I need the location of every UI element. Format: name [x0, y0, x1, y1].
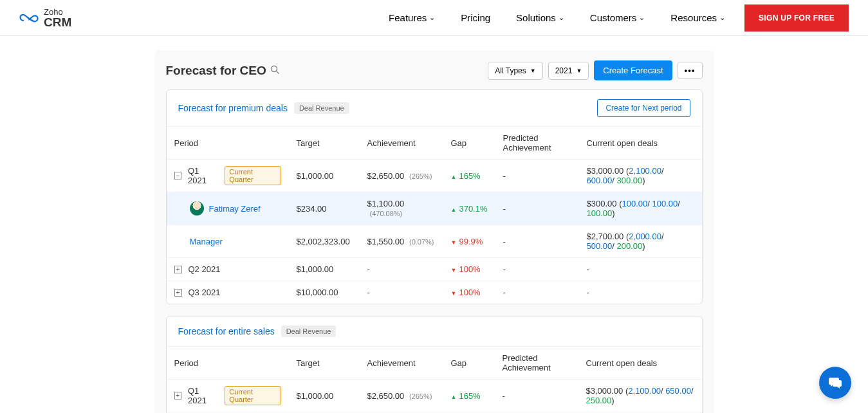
open-deals-value: $2,700.00 (2,000.00/ 500.00/ 200.00) — [579, 225, 702, 258]
period-label: Q2 2021 — [189, 264, 221, 274]
table-header-row: Period Target Achievement Gap Predicted … — [167, 127, 702, 160]
logo-text: Zoho CRM — [44, 8, 71, 28]
expand-icon[interactable]: + — [174, 289, 182, 297]
caret-down-icon: ▼ — [530, 68, 536, 74]
col-gap: Gap — [443, 347, 495, 380]
forecast-table-entire: Period Target Achievement Gap Predicted … — [167, 347, 702, 413]
type-filter-dropdown[interactable]: All Types▼ — [488, 62, 542, 80]
page-title-text: Forecast for CEO — [166, 64, 266, 78]
current-quarter-badge: Current Quarter — [225, 386, 281, 405]
target-value: $2,002,323.00 — [289, 225, 360, 258]
chevron-down-icon: ⌄ — [639, 14, 645, 22]
achievement-value: $2,650.00 (265%) — [360, 380, 443, 412]
user-avatar — [190, 201, 204, 216]
expand-icon[interactable]: + — [174, 266, 182, 273]
col-target: Target — [289, 127, 360, 160]
dropdown-label: 2021 — [555, 66, 573, 75]
target-value: $1,000.00 — [289, 160, 360, 192]
revenue-chip: Deal Revenue — [294, 102, 349, 114]
table-row-q1: +Q1 2021Current Quarter $1,000.00 $2,650… — [167, 380, 702, 412]
period-label: Q3 2021 — [189, 288, 221, 297]
achievement-value: $1,550.00 (0.07%) — [360, 225, 443, 258]
table-row-q1: – Q1 2021 Current Quarter $1,000.00 $2,6… — [167, 160, 702, 192]
chevron-down-icon: ⌄ — [559, 14, 564, 22]
col-period: Period — [167, 127, 289, 160]
logo-brand-bottom: CRM — [44, 16, 71, 28]
card-header: Forecast for entire sales Deal Revenue — [167, 317, 702, 347]
chat-icon — [827, 375, 843, 390]
nav-resources[interactable]: Resources⌄ — [670, 12, 725, 23]
table-row-q2: +Q2 2021 $1,000.00 - 100% - - — [167, 258, 702, 281]
forecast-table-premium: Period Target Achievement Gap Predicted … — [167, 127, 702, 304]
dropdown-label: All Types — [495, 66, 526, 75]
gap-value: 99.9% — [443, 225, 495, 258]
signup-button[interactable]: SIGN UP FOR FREE — [744, 5, 849, 32]
achievement-value: - — [360, 281, 443, 304]
nav-pricing[interactable]: Pricing — [461, 12, 490, 23]
open-deals-value: $3,000.00 (2,100.00/ 650.00/ 250.00) — [578, 380, 702, 412]
year-filter-dropdown[interactable]: 2021▼ — [548, 62, 589, 80]
col-achievement: Achievement — [360, 347, 443, 380]
predicted-value: - — [495, 160, 579, 192]
logo-brand-top: Zoho — [44, 8, 71, 16]
page-container: Forecast for CEO All Types▼ 2021▼ Create… — [154, 50, 714, 413]
logo-icon — [19, 11, 39, 25]
period-label: Q1 2021 — [188, 386, 218, 405]
open-deals-value: $3,000.00 (2,100.00/ 600.00/ 300.00) — [579, 160, 702, 192]
card-title[interactable]: Forecast for entire sales — [178, 326, 275, 336]
forecast-premium-card: Forecast for premium deals Deal Revenue … — [166, 89, 703, 304]
gap-value: 165% — [443, 160, 495, 192]
target-value: $10,000.00 — [289, 281, 360, 304]
col-target: Target — [289, 347, 360, 380]
achievement-value: - — [360, 258, 443, 281]
col-predicted: Predicted Achievement — [495, 347, 578, 380]
chevron-down-icon: ⌄ — [719, 14, 725, 22]
period-label: Q1 2021 — [188, 166, 218, 185]
table-row-user: Fatimay Zeref $234.00 $1,100.00 (470.08%… — [167, 192, 702, 225]
search-icon[interactable] — [270, 64, 280, 78]
open-deals-value: $300.00 (100.00/ 100.00/ 100.00) — [579, 192, 702, 225]
manager-link[interactable]: Manager — [190, 237, 223, 246]
gap-value: 370.1% — [443, 192, 495, 225]
header-actions: All Types▼ 2021▼ Create Forecast ••• — [488, 60, 702, 80]
gap-value: 165% — [443, 380, 495, 412]
nav-features[interactable]: Features⌄ — [389, 12, 435, 23]
open-deals-value: - — [579, 258, 702, 281]
create-next-period-button[interactable]: Create for Next period — [597, 99, 690, 117]
target-value: $234.00 — [289, 192, 360, 225]
top-nav: Zoho CRM Features⌄ Pricing Solutions⌄ Cu… — [0, 0, 868, 36]
svg-point-0 — [271, 66, 277, 71]
collapse-icon[interactable]: – — [174, 172, 182, 179]
logo[interactable]: Zoho CRM — [19, 8, 71, 28]
predicted-value: - — [495, 380, 578, 412]
caret-down-icon: ▼ — [576, 68, 582, 74]
nav-customers[interactable]: Customers⌄ — [590, 12, 645, 23]
col-open-deals: Current open deals — [578, 347, 702, 380]
expand-icon[interactable]: + — [174, 392, 182, 399]
gap-value: 100% — [443, 258, 495, 281]
svg-line-1 — [277, 71, 279, 73]
nav-label: Customers — [590, 12, 637, 23]
user-name-link[interactable]: Fatimay Zeref — [209, 204, 261, 214]
revenue-chip: Deal Revenue — [281, 326, 337, 337]
create-forecast-button[interactable]: Create Forecast — [594, 60, 672, 80]
card-title[interactable]: Forecast for premium deals — [178, 103, 288, 113]
table-row-q3: +Q3 2021 $10,000.00 - 100% - - — [167, 281, 702, 304]
nav-links: Features⌄ Pricing Solutions⌄ Customers⌄ … — [389, 12, 725, 23]
col-open-deals: Current open deals — [579, 127, 702, 160]
col-predicted: Predicted Achievement — [495, 127, 579, 160]
page-header: Forecast for CEO All Types▼ 2021▼ Create… — [166, 58, 703, 80]
predicted-value: - — [495, 225, 579, 258]
col-period: Period — [167, 347, 289, 380]
nav-label: Features — [389, 12, 427, 23]
chat-button[interactable] — [819, 367, 851, 399]
open-deals-value: - — [579, 281, 702, 304]
achievement-value: $1,100.00 (470.08%) — [360, 192, 443, 225]
nav-solutions[interactable]: Solutions⌄ — [516, 12, 564, 23]
col-achievement: Achievement — [360, 127, 443, 160]
predicted-value: - — [495, 258, 579, 281]
nav-label: Solutions — [516, 12, 556, 23]
chevron-down-icon: ⌄ — [429, 14, 435, 22]
forecast-entire-card: Forecast for entire sales Deal Revenue P… — [166, 316, 703, 413]
more-menu-button[interactable]: ••• — [678, 62, 703, 79]
